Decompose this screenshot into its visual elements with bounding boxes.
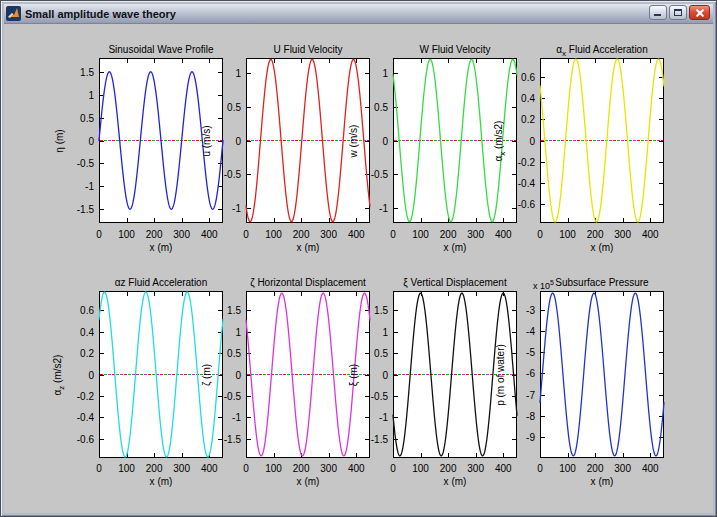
- x-axis-label-wave-profile: x (m): [150, 242, 173, 253]
- matlab-figure-window: Small amplitude wave theory Sinusoidal W…: [0, 0, 717, 517]
- y-tick-label: -1: [46, 181, 94, 192]
- y-tick-label: -1.5: [340, 433, 388, 444]
- y-tick-label: 1.5: [340, 305, 388, 316]
- y-tick-label: -6: [487, 368, 535, 379]
- y-tick-label: -1.5: [46, 204, 94, 215]
- y-tick-label: -3: [487, 305, 535, 316]
- y-tick-label: -0.5: [193, 390, 241, 401]
- y-tick-label: -0.4: [487, 177, 535, 188]
- y-tick-label: 0: [340, 369, 388, 380]
- plot-title-zeta-horizontal-displacement: ζ Horizontal Displacement: [250, 277, 366, 288]
- y-tick-label: 1: [193, 326, 241, 337]
- y-tick-label: 0.5: [46, 112, 94, 123]
- y-tick-label: -7: [487, 389, 535, 400]
- y-tick-label: -5: [487, 347, 535, 358]
- x-tick-label: 400: [483, 463, 523, 474]
- plot-title-alpha-z-acceleration: αz Fluid Acceleration: [115, 277, 208, 288]
- y-tick-label: 0.2: [46, 348, 94, 359]
- y-tick-label: 1.5: [46, 66, 94, 77]
- y-tick-label: -9: [487, 431, 535, 442]
- y-tick-label: 0.4: [487, 93, 535, 104]
- y-tick-label: 0.6: [487, 72, 535, 83]
- y-tick-label: 0.5: [340, 101, 388, 112]
- y-tick-label: 0.4: [46, 326, 94, 337]
- y-tick-label: -0.6: [46, 433, 94, 444]
- y-tick-label: 0.5: [193, 348, 241, 359]
- x-axis-label-alpha-z-acceleration: x (m): [150, 476, 173, 487]
- y-tick-label: -1: [340, 203, 388, 214]
- y-tick-label: 0: [46, 369, 94, 380]
- window-titlebar[interactable]: Small amplitude wave theory: [4, 4, 713, 24]
- x-tick-label: 400: [189, 463, 229, 474]
- x-tick-label: 400: [483, 229, 523, 240]
- plot-title-u-velocity: U Fluid Velocity: [274, 44, 343, 55]
- y-tick-label: 0: [46, 135, 94, 146]
- window-title: Small amplitude wave theory: [25, 8, 176, 20]
- x-tick-label: 400: [630, 463, 670, 474]
- y-tick-label: -0.5: [193, 169, 241, 180]
- minimize-icon: [654, 14, 661, 16]
- plot-area-subsurface-pressure: [540, 291, 664, 458]
- y-tick-label: -0.5: [340, 390, 388, 401]
- plot-area-alpha-x-acceleration: [540, 58, 664, 223]
- y-tick-label: -0.2: [487, 156, 535, 167]
- y-tick-label: 1: [46, 89, 94, 100]
- x-axis-label-alpha-x-acceleration: x (m): [591, 242, 614, 253]
- axis-exponent-label: x 105: [533, 279, 554, 291]
- y-tick-label: 0.2: [487, 114, 535, 125]
- plot-title-wave-profile: Sinusoidal Wave Profile: [108, 44, 213, 55]
- x-tick-label: 400: [189, 229, 229, 240]
- y-tick-label: 1: [340, 67, 388, 78]
- y-tick-label: 1: [193, 67, 241, 78]
- figure-canvas: Sinusoidal Wave Profileη (m)1.510.50-0.5…: [4, 24, 713, 513]
- y-tick-label: 0: [340, 135, 388, 146]
- plot-title-subsurface-pressure: Subsurface Pressure: [555, 277, 648, 288]
- x-axis-label-zeta-horizontal-displacement: x (m): [297, 476, 320, 487]
- y-tick-label: -1: [193, 203, 241, 214]
- y-tick-label: -1: [193, 412, 241, 423]
- y-tick-label: 0: [193, 369, 241, 380]
- x-tick-label: 400: [336, 463, 376, 474]
- y-tick-label: -0.5: [340, 169, 388, 180]
- x-axis-label-xi-vertical-displacement: x (m): [444, 476, 467, 487]
- x-axis-label-subsurface-pressure: x (m): [591, 476, 614, 487]
- y-tick-label: 0.5: [193, 101, 241, 112]
- y-tick-label: 0: [487, 135, 535, 146]
- y-tick-label: -0.4: [46, 412, 94, 423]
- x-tick-label: 400: [336, 229, 376, 240]
- maximize-icon: [674, 9, 682, 16]
- y-tick-label: -0.5: [46, 158, 94, 169]
- close-button[interactable]: [689, 5, 710, 20]
- y-tick-label: 0.5: [340, 348, 388, 359]
- y-tick-label: -0.2: [46, 390, 94, 401]
- plot-title-alpha-x-acceleration: αx Fluid Acceleration: [556, 44, 648, 58]
- y-tick-label: -1.5: [193, 433, 241, 444]
- x-tick-label: 400: [630, 229, 670, 240]
- x-axis-label-w-velocity: x (m): [444, 242, 467, 253]
- y-tick-label: -4: [487, 326, 535, 337]
- y-tick-label: -8: [487, 410, 535, 421]
- x-axis-label-u-velocity: x (m): [297, 242, 320, 253]
- y-tick-label: 1: [340, 326, 388, 337]
- y-tick-label: 1.5: [193, 305, 241, 316]
- maximize-button[interactable]: [669, 5, 687, 20]
- plot-title-w-velocity: W Fluid Velocity: [419, 44, 490, 55]
- window-controls: [649, 5, 710, 20]
- y-tick-label: -0.6: [487, 198, 535, 209]
- y-tick-label: -1: [340, 412, 388, 423]
- y-tick-label: 0: [193, 135, 241, 146]
- y-tick-label: 0.6: [46, 305, 94, 316]
- plot-title-xi-vertical-displacement: ξ Vertical Displacement: [403, 277, 506, 288]
- matlab-app-icon: [6, 6, 21, 21]
- minimize-button[interactable]: [649, 5, 667, 20]
